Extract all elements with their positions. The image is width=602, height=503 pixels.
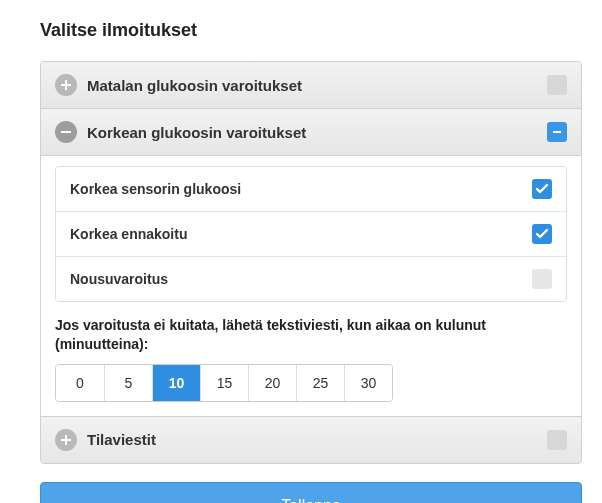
section-state-icon <box>547 430 567 450</box>
save-button[interactable]: Tallenna <box>40 482 582 503</box>
section-status-header[interactable]: Tilaviestit <box>41 416 581 463</box>
option-row[interactable]: Korkea sensorin glukoosi <box>56 167 566 211</box>
collapse-icon <box>55 121 77 143</box>
delay-option[interactable]: 25 <box>296 365 344 401</box>
delay-option[interactable]: 10 <box>152 365 200 401</box>
checkbox-icon[interactable] <box>532 269 552 289</box>
section-high-title: Korkean glukoosin varoitukset <box>87 124 537 141</box>
checkbox-icon[interactable] <box>532 179 552 199</box>
option-label: Korkea ennakoitu <box>70 226 532 242</box>
option-row[interactable]: Korkea ennakoitu <box>56 211 566 256</box>
section-status: Tilaviestit <box>41 416 581 463</box>
delay-option[interactable]: 30 <box>344 365 392 401</box>
delay-segmented: 0 5 10 15 20 25 30 <box>55 364 393 402</box>
section-high-panel: Korkea sensorin glukoosi Korkea ennakoit… <box>41 155 581 416</box>
svg-rect-1 <box>553 131 561 133</box>
section-low-glucose: Matalan glukoosin varoitukset <box>41 62 581 108</box>
delay-option[interactable]: 20 <box>248 365 296 401</box>
expand-icon <box>55 429 77 451</box>
section-state-icon <box>547 75 567 95</box>
expand-icon <box>55 74 77 96</box>
notifications-accordion: Matalan glukoosin varoitukset Korkean gl… <box>40 61 582 464</box>
section-state-icon <box>547 122 567 142</box>
delay-help-text: Jos varoitusta ei kuitata, lähetä teksti… <box>55 316 567 354</box>
checkbox-icon[interactable] <box>532 224 552 244</box>
svg-rect-0 <box>61 131 71 133</box>
option-label: Korkea sensorin glukoosi <box>70 181 532 197</box>
page-title: Valitse ilmoitukset <box>40 20 582 41</box>
high-options-list: Korkea sensorin glukoosi Korkea ennakoit… <box>55 166 567 302</box>
delay-option[interactable]: 5 <box>104 365 152 401</box>
section-high-glucose: Korkean glukoosin varoitukset Korkea sen… <box>41 108 581 416</box>
section-low-header[interactable]: Matalan glukoosin varoitukset <box>41 62 581 108</box>
delay-option[interactable]: 15 <box>200 365 248 401</box>
section-low-title: Matalan glukoosin varoitukset <box>87 77 537 94</box>
section-high-header[interactable]: Korkean glukoosin varoitukset <box>41 108 581 155</box>
option-label: Nousuvaroitus <box>70 271 532 287</box>
delay-option[interactable]: 0 <box>56 365 104 401</box>
option-row[interactable]: Nousuvaroitus <box>56 256 566 301</box>
section-status-title: Tilaviestit <box>87 431 537 448</box>
